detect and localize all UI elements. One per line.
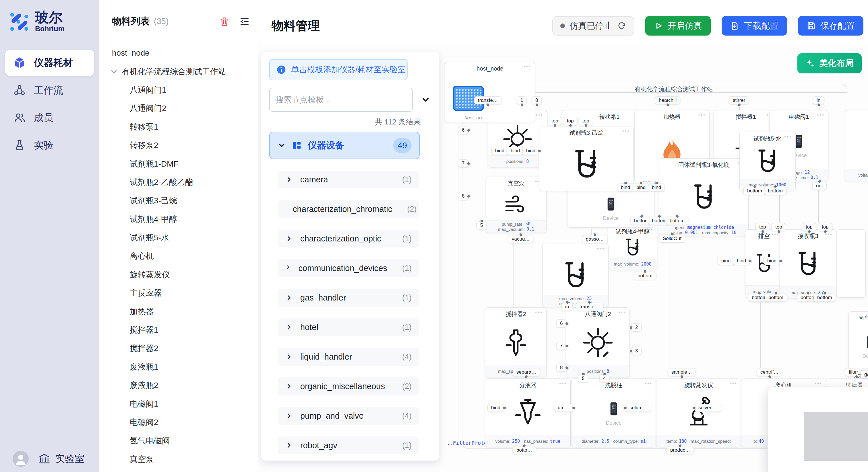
delete-trash-icon[interactable] bbox=[219, 16, 230, 27]
port-chip-vacuu[interactable]: vacuu… bbox=[508, 235, 533, 243]
port-chip-bind[interactable]: bind bbox=[491, 147, 508, 155]
category-row-robot_agv[interactable]: robot_agv (1) bbox=[278, 436, 419, 454]
category-row-characterization_chromatic[interactable]: characterization_chromatic (2) bbox=[278, 200, 419, 218]
port-dot-icon[interactable] bbox=[774, 185, 777, 189]
materials-tree-item[interactable]: 搅拌器2 bbox=[99, 339, 258, 358]
canvas-node[interactable]: 试剂瓶5-水 ••• max_volume:1000 bbox=[739, 132, 796, 191]
port-dot-icon[interactable] bbox=[553, 124, 557, 127]
port-dot-icon[interactable] bbox=[569, 124, 572, 127]
port-chip-transfe[interactable]: transfe… bbox=[576, 303, 603, 311]
port-chip-top[interactable]: top bbox=[802, 223, 816, 231]
port-chip-3[interactable]: 3 bbox=[631, 347, 642, 355]
materials-tree-item[interactable]: 有机化学流程综合测试工作站 bbox=[99, 62, 258, 80]
canvas-node[interactable]: 洗脱柱 ••• Device diameter:2.5column_type:s… bbox=[571, 378, 656, 447]
port-dot-icon[interactable] bbox=[777, 230, 781, 233]
port-dot-icon[interactable] bbox=[535, 103, 539, 107]
port-dot-icon[interactable] bbox=[643, 270, 647, 273]
port-dot-icon[interactable] bbox=[757, 291, 761, 295]
port-chip-7[interactable]: 7 bbox=[458, 160, 468, 167]
port-chip-bind[interactable]: bind bbox=[733, 257, 750, 265]
port-chip-8[interactable]: 8 bbox=[532, 96, 541, 104]
materials-tree-item[interactable]: 氢气电磁阀 bbox=[99, 432, 258, 450]
canvas-node[interactable]: host_node ••• bbox=[445, 62, 535, 122]
sidebar-item-members[interactable]: 成员 bbox=[5, 105, 94, 131]
port-chip-bottom[interactable]: bottom bbox=[764, 187, 786, 195]
materials-tree-item[interactable]: 试剂瓶4-甲醇 bbox=[99, 210, 258, 229]
category-row-pump_and_valve[interactable]: pump_and_valve (4) bbox=[278, 407, 419, 425]
template-search-input[interactable] bbox=[269, 88, 413, 112]
port-dot-icon[interactable] bbox=[675, 214, 679, 218]
category-group-instruments[interactable]: 仪器设备 49 bbox=[269, 132, 420, 159]
port-chip-6[interactable]: 6 bbox=[556, 319, 566, 328]
port-dot-icon[interactable] bbox=[807, 230, 811, 233]
canvas-node[interactable]: 八通阀门2 ••• positions:8 bbox=[566, 307, 630, 377]
port-chip-colum[interactable]: colum… bbox=[626, 404, 651, 412]
port-chip-1[interactable]: 1 bbox=[517, 96, 527, 104]
port-dot-icon[interactable] bbox=[572, 406, 576, 410]
node-menu-icon[interactable]: ••• bbox=[597, 246, 605, 251]
materials-tree-item[interactable]: 旋转蒸发仪 bbox=[99, 266, 258, 284]
beautify-layout-button[interactable]: 美化布局 bbox=[797, 53, 862, 73]
canvas-node[interactable]: 试剂瓶4-甲醇 ••• max_volume:2000 bbox=[608, 225, 657, 270]
canvas-node[interactable]: ••• bbox=[837, 229, 866, 298]
category-row-liquid_handler[interactable]: liquid_handler (4) bbox=[278, 348, 419, 366]
port-dot-icon[interactable] bbox=[623, 406, 627, 410]
port-chip-bind[interactable]: bind bbox=[522, 147, 539, 155]
port-chip-2[interactable]: 2 bbox=[631, 324, 642, 332]
port-dot-icon[interactable] bbox=[629, 326, 633, 330]
node-menu-icon[interactable]: ••• bbox=[535, 309, 543, 315]
category-row-gas_handler[interactable]: gas_handler (1) bbox=[278, 289, 419, 307]
port-chip-bottom[interactable]: bottom bbox=[765, 294, 787, 302]
materials-tree-item[interactable]: 离心机 bbox=[99, 247, 258, 265]
canvas-node[interactable]: 真空泵 ••• pump_rate:50max_vacuum:0.1 bbox=[486, 177, 547, 233]
canvas-node[interactable]: ••• voltage:12 bbox=[845, 110, 868, 181]
port-dot-icon[interactable] bbox=[624, 181, 627, 185]
port-chip-bind[interactable]: bind bbox=[718, 257, 734, 265]
port-dot-icon[interactable] bbox=[806, 291, 810, 295]
port-dot-icon[interactable] bbox=[753, 185, 756, 189]
sidebar-item-experiment[interactable]: 实验 bbox=[5, 132, 94, 159]
port-dot-icon[interactable] bbox=[671, 232, 674, 236]
port-dot-icon[interactable] bbox=[629, 349, 633, 353]
port-chip-in[interactable]: in bbox=[561, 303, 572, 311]
materials-tree-item[interactable]: 试剂瓶2-乙酸乙酯 bbox=[99, 173, 258, 192]
materials-tree-item[interactable]: 试剂瓶5-水 bbox=[99, 229, 258, 247]
chevron-down-icon[interactable] bbox=[110, 67, 118, 76]
canvas-node[interactable]: 试剂瓶3-己烷 ••• bbox=[539, 126, 634, 191]
materials-tree-item[interactable]: 搅拌器1 bbox=[99, 321, 258, 339]
port-chip-bind[interactable]: bind bbox=[764, 257, 780, 265]
port-chip-4[interactable]: 4 bbox=[599, 374, 609, 382]
port-chip-bottom[interactable]: bottom bbox=[666, 217, 688, 225]
port-chip-bind[interactable]: bind bbox=[617, 183, 634, 192]
port-chip-solven[interactable]: solven… bbox=[694, 404, 721, 412]
port-chip-bind[interactable]: bind bbox=[648, 183, 665, 192]
port-dot-icon[interactable] bbox=[658, 214, 661, 218]
port-chip-gasso[interactable]: gasso… bbox=[861, 370, 868, 378]
materials-tree-item[interactable]: 八通阀门2 bbox=[99, 99, 258, 117]
port-dot-icon[interactable] bbox=[603, 372, 607, 376]
port-chip-SolidOut[interactable]: SolidOut bbox=[659, 235, 685, 243]
materials-tree-item[interactable]: host_node bbox=[99, 44, 258, 62]
port-dot-icon[interactable] bbox=[584, 124, 588, 127]
category-row-organic_miscellaneous[interactable]: organic_miscellaneous (2) bbox=[278, 377, 419, 395]
port-chip-centrif[interactable]: centrif… bbox=[756, 368, 782, 376]
canvas-node[interactable]: ••• max_volume:25transfer_rate:10 bbox=[542, 244, 609, 307]
canvas-node[interactable]: 旋转蒸发仪 ••• temp:180max_rotation_speed: bbox=[656, 378, 741, 447]
category-row-characterization_optic[interactable]: characterization_optic (1) bbox=[278, 230, 419, 247]
port-dot-icon[interactable] bbox=[678, 444, 682, 448]
materials-tree-item[interactable]: 试剂瓶3-己烷 bbox=[99, 192, 258, 210]
port-dot-icon[interactable] bbox=[761, 230, 765, 233]
port-chip-botto[interactable]: botto… bbox=[513, 446, 536, 454]
port-dot-icon[interactable] bbox=[565, 301, 569, 304]
port-chip-produc[interactable]: produc… bbox=[666, 446, 694, 454]
materials-tree-item[interactable]: 转移泵1 bbox=[99, 118, 258, 136]
port-dot-icon[interactable] bbox=[588, 301, 591, 304]
port-chip-gasso[interactable]: gasso… bbox=[582, 235, 608, 243]
materials-tree-item[interactable]: 转移泵2 bbox=[99, 136, 258, 155]
port-chip-stirrer[interactable]: stirrer bbox=[729, 96, 749, 104]
node-menu-icon[interactable]: ••• bbox=[817, 112, 825, 118]
port-chip-heatchill[interactable]: heatchill bbox=[655, 96, 680, 104]
port-chip-8[interactable]: 8 bbox=[458, 192, 468, 200]
canvas-node[interactable]: 分液器 ••• volume:250has_phases:true bbox=[485, 378, 570, 447]
port-chip-out[interactable]: out bbox=[812, 182, 827, 190]
